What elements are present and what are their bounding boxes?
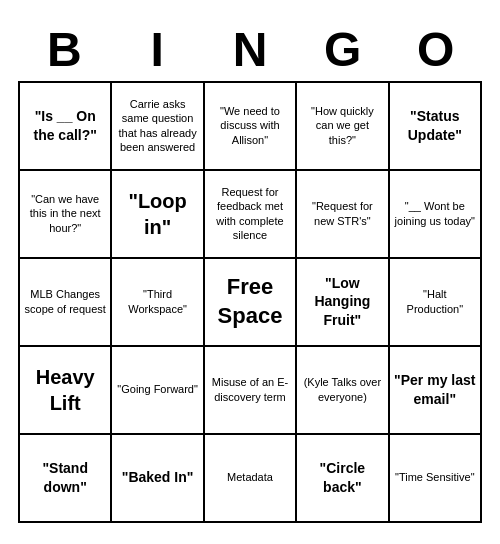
cell-text: Request for feedback met with complete s… (209, 185, 291, 242)
bingo-cell: (Kyle Talks over everyone) (297, 347, 389, 435)
cell-text: "Can we have this in the next hour?" (24, 192, 106, 235)
cell-text: "Going Forward" (117, 382, 198, 396)
cell-text: "Per my last email" (394, 371, 476, 407)
cell-text: "Request for new STR's" (301, 199, 383, 228)
cell-text: "Halt Production" (394, 287, 476, 316)
bingo-cell: "Status Update" (390, 83, 482, 171)
bingo-letter: N (206, 22, 294, 77)
bingo-card: BINGO "Is __ On the call?"Carrie asks sa… (10, 14, 490, 531)
cell-text: "How quickly can we get this?" (301, 104, 383, 147)
cell-text: "Low Hanging Fruit" (301, 274, 383, 329)
cell-text: (Kyle Talks over everyone) (301, 375, 383, 404)
bingo-cell: MLB Changes scope of request (20, 259, 112, 347)
bingo-letter: B (20, 22, 108, 77)
bingo-cell: Metadata (205, 435, 297, 523)
bingo-cell: "We need to discuss with Allison" (205, 83, 297, 171)
cell-text: Heavy Lift (24, 364, 106, 416)
bingo-letter: G (299, 22, 387, 77)
bingo-cell: Carrie asks same question that has alrea… (112, 83, 204, 171)
cell-text: "Circle back" (301, 459, 383, 495)
bingo-title: BINGO (18, 22, 482, 77)
bingo-cell: Misuse of an E-discovery term (205, 347, 297, 435)
bingo-cell: "Can we have this in the next hour?" (20, 171, 112, 259)
bingo-cell: Heavy Lift (20, 347, 112, 435)
cell-text: Misuse of an E-discovery term (209, 375, 291, 404)
cell-text: "Time Sensitive" (395, 470, 475, 484)
bingo-cell: "Halt Production" (390, 259, 482, 347)
bingo-cell: "Third Workspace" (112, 259, 204, 347)
bingo-letter: O (392, 22, 480, 77)
bingo-letter: I (113, 22, 201, 77)
cell-text: "Loop in" (116, 188, 198, 240)
bingo-cell: Request for feedback met with complete s… (205, 171, 297, 259)
bingo-cell: "Time Sensitive" (390, 435, 482, 523)
cell-text: "Stand down" (24, 459, 106, 495)
cell-text: Free Space (209, 273, 291, 330)
bingo-cell: "__ Wont be joining us today" (390, 171, 482, 259)
cell-text: MLB Changes scope of request (24, 287, 106, 316)
cell-text: Carrie asks same question that has alrea… (116, 97, 198, 154)
bingo-cell: Free Space (205, 259, 297, 347)
bingo-cell: "Low Hanging Fruit" (297, 259, 389, 347)
bingo-cell: "Is __ On the call?" (20, 83, 112, 171)
cell-text: "Is __ On the call?" (24, 107, 106, 143)
cell-text: Metadata (227, 470, 273, 484)
cell-text: "Status Update" (394, 107, 476, 143)
bingo-cell: "Baked In" (112, 435, 204, 523)
cell-text: "Third Workspace" (116, 287, 198, 316)
bingo-cell: "How quickly can we get this?" (297, 83, 389, 171)
bingo-cell: "Stand down" (20, 435, 112, 523)
bingo-cell: "Loop in" (112, 171, 204, 259)
bingo-cell: "Request for new STR's" (297, 171, 389, 259)
cell-text: "__ Wont be joining us today" (394, 199, 476, 228)
cell-text: "Baked In" (122, 468, 194, 486)
bingo-cell: "Circle back" (297, 435, 389, 523)
bingo-cell: "Per my last email" (390, 347, 482, 435)
cell-text: "We need to discuss with Allison" (209, 104, 291, 147)
bingo-cell: "Going Forward" (112, 347, 204, 435)
bingo-grid: "Is __ On the call?"Carrie asks same que… (18, 81, 482, 523)
